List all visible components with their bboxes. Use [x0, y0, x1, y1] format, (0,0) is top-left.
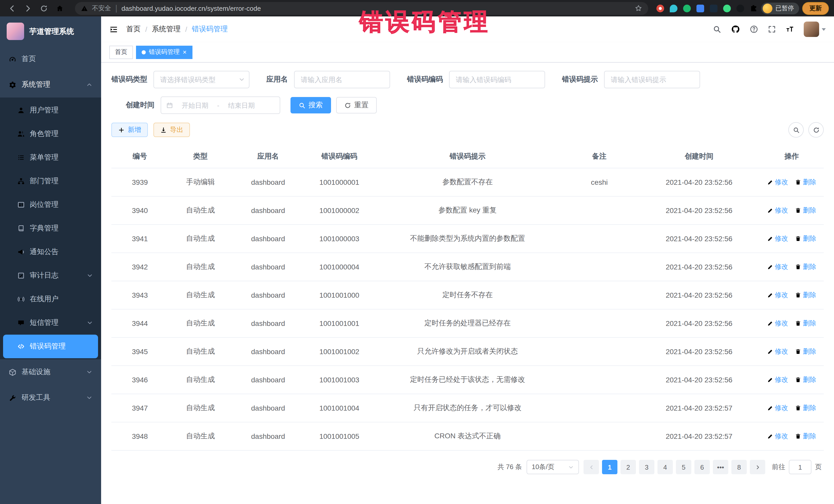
sidebar-item-user-mgmt[interactable]: 用户管理: [3, 98, 98, 122]
page-button-6[interactable]: 6: [695, 460, 710, 474]
search-button[interactable]: 搜索: [290, 97, 331, 113]
goto-page-input[interactable]: [789, 460, 811, 474]
create-time-range-picker[interactable]: -: [161, 96, 280, 114]
delete-link[interactable]: 删除: [795, 262, 816, 271]
sidebar-item-menu-mgmt[interactable]: 菜单管理: [3, 146, 98, 169]
app-logo[interactable]: 芋道管理系统: [0, 17, 101, 46]
sidebar-item-system[interactable]: 系统管理: [0, 72, 101, 97]
export-button[interactable]: 导出: [153, 123, 190, 137]
more-pages-button[interactable]: •••: [713, 460, 728, 474]
edit-link-label: 修改: [775, 290, 788, 300]
sidebar-item-post-mgmt[interactable]: 岗位管理: [3, 193, 98, 217]
edit-link[interactable]: 修改: [767, 375, 788, 385]
tab-error-code[interactable]: 错误码管理: [136, 45, 192, 59]
user-icon: [18, 107, 25, 114]
sidebar-item-role-mgmt[interactable]: 角色管理: [3, 122, 98, 146]
search-icon[interactable]: [713, 25, 721, 34]
page-button-3[interactable]: 3: [639, 460, 654, 474]
delete-link[interactable]: 删除: [795, 290, 816, 300]
prev-page-button[interactable]: [584, 460, 599, 474]
edit-link[interactable]: 修改: [767, 234, 788, 243]
fullscreen-icon[interactable]: [768, 25, 776, 34]
browser-update-button[interactable]: 更新: [802, 2, 829, 15]
breadcrumb-system[interactable]: 系统管理: [152, 25, 181, 34]
extension-icon-6[interactable]: [723, 4, 731, 12]
edit-link[interactable]: 修改: [767, 178, 788, 187]
page-button-5[interactable]: 5: [676, 460, 691, 474]
edit-link[interactable]: 修改: [767, 262, 788, 271]
next-page-button[interactable]: [750, 460, 765, 474]
sidebar-item-infra[interactable]: 基础设施: [0, 359, 101, 385]
delete-link[interactable]: 删除: [795, 375, 816, 385]
bookmark-star-icon[interactable]: [635, 5, 642, 12]
delete-link[interactable]: 删除: [795, 432, 816, 441]
reset-button[interactable]: 重置: [336, 97, 377, 113]
app-name-input[interactable]: [294, 71, 390, 88]
extension-icon-4[interactable]: [697, 4, 704, 12]
sidebar-item-dict-mgmt[interactable]: 字典管理: [3, 217, 98, 240]
edit-link[interactable]: 修改: [767, 319, 788, 328]
edit-link[interactable]: 修改: [767, 432, 788, 441]
page-button-2[interactable]: 2: [620, 460, 636, 474]
github-icon[interactable]: [731, 25, 740, 34]
page-size-value[interactable]: [532, 463, 568, 471]
cell-hint: 参数配置不存在: [375, 168, 560, 196]
user-menu[interactable]: [804, 22, 826, 37]
error-code-field[interactable]: [449, 71, 545, 88]
cell-hint: CRON 表达式不正确: [375, 422, 560, 451]
delete-link[interactable]: 删除: [795, 403, 816, 413]
sidebar-item-audit-log[interactable]: 审计日志: [3, 264, 98, 287]
edit-link[interactable]: 修改: [767, 347, 788, 356]
extension-icon-5[interactable]: [710, 4, 718, 12]
tab-home[interactable]: 首页: [109, 45, 133, 59]
end-date-input[interactable]: [221, 101, 262, 109]
help-icon[interactable]: [750, 25, 758, 34]
extensions-puzzle-icon[interactable]: [750, 4, 758, 12]
add-button[interactable]: 新增: [111, 123, 148, 137]
delete-link[interactable]: 删除: [795, 319, 816, 328]
sidebar-item-notice[interactable]: 通知公告: [3, 240, 98, 264]
sidebar-item-home[interactable]: 首页: [0, 46, 101, 72]
sidebar-fold-icon[interactable]: [109, 25, 118, 34]
edit-link[interactable]: 修改: [767, 290, 788, 300]
error-type-select-input[interactable]: [153, 71, 249, 88]
cell-hint: 只有开启状态的任务，才可以修改: [375, 394, 560, 422]
delete-link[interactable]: 删除: [795, 206, 816, 215]
delete-link[interactable]: 删除: [795, 347, 816, 356]
sidebar-item-error-code[interactable]: 错误码管理: [3, 335, 98, 358]
page-button-8[interactable]: 8: [731, 460, 747, 474]
table-row: 3939 手动编辑 dashboard 1001000001 参数配置不存在 c…: [111, 168, 824, 196]
edit-link[interactable]: 修改: [767, 403, 788, 413]
toggle-search-button[interactable]: [788, 122, 804, 137]
error-code-input[interactable]: [449, 71, 545, 88]
error-type-select[interactable]: [153, 71, 249, 88]
profile-paused-chip[interactable]: 已暂停: [761, 2, 799, 14]
back-icon[interactable]: [8, 4, 16, 12]
start-date-input[interactable]: [175, 101, 215, 109]
extension-icon-1[interactable]: [656, 4, 664, 12]
delete-link[interactable]: 删除: [795, 178, 816, 187]
extension-icon-2[interactable]: [670, 4, 678, 12]
extension-icon-7[interactable]: [737, 4, 744, 12]
error-hint-input[interactable]: [604, 71, 700, 88]
forward-icon[interactable]: [24, 4, 32, 12]
edit-link[interactable]: 修改: [767, 206, 788, 215]
extension-icon-3[interactable]: [683, 4, 691, 12]
font-size-icon[interactable]: [786, 25, 794, 34]
refresh-table-button[interactable]: [808, 122, 824, 137]
browser-home-icon[interactable]: [56, 4, 64, 12]
page-button-4[interactable]: 4: [657, 460, 673, 474]
sidebar-item-sms-mgmt[interactable]: 短信管理: [3, 311, 98, 335]
page-size-select[interactable]: [527, 460, 579, 474]
breadcrumb-home[interactable]: 首页: [126, 25, 140, 34]
error-hint-field[interactable]: [604, 71, 700, 88]
reload-icon[interactable]: [40, 4, 48, 12]
sidebar-item-devtools[interactable]: 研发工具: [0, 385, 101, 411]
page-button-1[interactable]: 1: [602, 460, 617, 474]
close-icon[interactable]: [183, 49, 186, 56]
cell-app: dashboard: [233, 309, 304, 337]
sidebar-item-dept-mgmt[interactable]: 部门管理: [3, 169, 98, 193]
delete-link[interactable]: 删除: [795, 234, 816, 243]
app-name-field[interactable]: [294, 71, 390, 88]
sidebar-item-online-users[interactable]: 在线用户: [3, 287, 98, 311]
